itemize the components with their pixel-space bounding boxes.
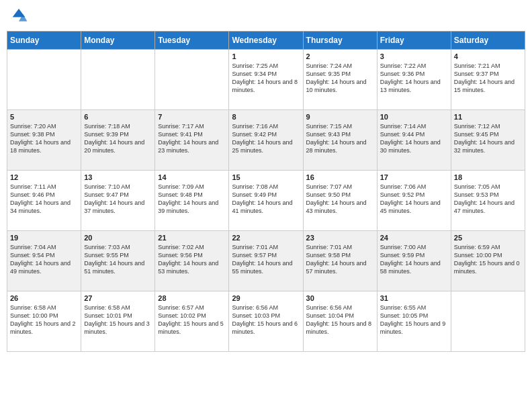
calendar-week-1: 1Sunrise: 7:25 AM Sunset: 9:34 PM Daylig… (7, 50, 525, 110)
day-content: Sunrise: 7:03 AM Sunset: 9:55 PM Dayligh… (84, 243, 152, 276)
calendar-cell: 10Sunrise: 7:14 AM Sunset: 9:44 PM Dayli… (377, 110, 451, 171)
calendar-cell: 13Sunrise: 7:10 AM Sunset: 9:47 PM Dayli… (81, 171, 155, 231)
day-number: 14 (158, 173, 226, 181)
day-number: 24 (380, 234, 448, 242)
calendar-cell: 18Sunrise: 7:05 AM Sunset: 9:53 PM Dayli… (451, 171, 525, 231)
day-content: Sunrise: 6:59 AM Sunset: 10:00 PM Daylig… (454, 243, 522, 276)
day-content: Sunrise: 7:05 AM Sunset: 9:53 PM Dayligh… (454, 183, 522, 216)
day-content: Sunrise: 7:09 AM Sunset: 9:48 PM Dayligh… (158, 183, 226, 216)
day-number: 25 (454, 234, 522, 242)
calendar-cell: 1Sunrise: 7:25 AM Sunset: 9:34 PM Daylig… (229, 50, 303, 110)
day-content: Sunrise: 7:04 AM Sunset: 9:54 PM Dayligh… (10, 243, 78, 276)
day-content: Sunrise: 7:16 AM Sunset: 9:42 PM Dayligh… (232, 122, 300, 155)
page-header (7, 7, 525, 26)
day-number: 27 (84, 294, 152, 302)
calendar-cell: 29Sunrise: 6:56 AM Sunset: 10:03 PM Dayl… (229, 291, 303, 352)
logo (9, 7, 31, 26)
calendar-cell: 9Sunrise: 7:15 AM Sunset: 9:43 PM Daylig… (303, 110, 377, 171)
calendar-cell (7, 50, 81, 110)
day-content: Sunrise: 6:58 AM Sunset: 10:01 PM Daylig… (84, 304, 152, 336)
calendar-cell: 6Sunrise: 7:18 AM Sunset: 9:39 PM Daylig… (81, 110, 155, 171)
calendar-cell (451, 291, 525, 352)
day-content: Sunrise: 7:06 AM Sunset: 9:52 PM Dayligh… (380, 183, 448, 216)
day-content: Sunrise: 6:56 AM Sunset: 10:04 PM Daylig… (306, 304, 374, 336)
day-number: 20 (84, 234, 152, 242)
weekday-saturday: Saturday (451, 32, 525, 50)
day-content: Sunrise: 6:55 AM Sunset: 10:05 PM Daylig… (380, 304, 448, 336)
day-content: Sunrise: 6:58 AM Sunset: 10:00 PM Daylig… (10, 304, 78, 336)
day-number: 1 (232, 52, 300, 60)
calendar-cell: 11Sunrise: 7:12 AM Sunset: 9:45 PM Dayli… (451, 110, 525, 171)
day-number: 4 (454, 52, 522, 60)
day-content: Sunrise: 7:01 AM Sunset: 9:58 PM Dayligh… (306, 243, 374, 276)
calendar-cell: 30Sunrise: 6:56 AM Sunset: 10:04 PM Dayl… (303, 291, 377, 352)
calendar-cell: 2Sunrise: 7:24 AM Sunset: 9:35 PM Daylig… (303, 50, 377, 110)
calendar-cell: 4Sunrise: 7:21 AM Sunset: 9:37 PM Daylig… (451, 50, 525, 110)
day-number: 15 (232, 173, 300, 181)
day-number: 5 (10, 113, 78, 121)
calendar-cell (81, 50, 155, 110)
day-content: Sunrise: 7:15 AM Sunset: 9:43 PM Dayligh… (306, 122, 374, 155)
logo-icon (9, 7, 28, 26)
calendar-cell: 20Sunrise: 7:03 AM Sunset: 9:55 PM Dayli… (81, 231, 155, 291)
weekday-row: SundayMondayTuesdayWednesdayThursdayFrid… (7, 32, 525, 50)
day-content: Sunrise: 7:21 AM Sunset: 9:37 PM Dayligh… (454, 62, 522, 95)
day-content: Sunrise: 7:07 AM Sunset: 9:50 PM Dayligh… (306, 183, 374, 216)
day-number: 30 (306, 294, 374, 302)
weekday-thursday: Thursday (303, 32, 377, 50)
day-number: 31 (380, 294, 448, 302)
calendar-cell: 14Sunrise: 7:09 AM Sunset: 9:48 PM Dayli… (155, 171, 229, 231)
day-content: Sunrise: 7:22 AM Sunset: 9:36 PM Dayligh… (380, 62, 448, 95)
calendar-cell: 3Sunrise: 7:22 AM Sunset: 9:36 PM Daylig… (377, 50, 451, 110)
day-content: Sunrise: 7:02 AM Sunset: 9:56 PM Dayligh… (158, 243, 226, 276)
day-content: Sunrise: 7:01 AM Sunset: 9:57 PM Dayligh… (232, 243, 300, 276)
day-number: 12 (10, 173, 78, 181)
calendar-cell: 28Sunrise: 6:57 AM Sunset: 10:02 PM Dayl… (155, 291, 229, 352)
day-number: 9 (306, 113, 374, 121)
weekday-wednesday: Wednesday (229, 32, 303, 50)
calendar-cell: 16Sunrise: 7:07 AM Sunset: 9:50 PM Dayli… (303, 171, 377, 231)
calendar-table: SundayMondayTuesdayWednesdayThursdayFrid… (7, 31, 525, 352)
day-content: Sunrise: 7:08 AM Sunset: 9:49 PM Dayligh… (232, 183, 300, 216)
day-number: 7 (158, 113, 226, 121)
calendar-cell: 31Sunrise: 6:55 AM Sunset: 10:05 PM Dayl… (377, 291, 451, 352)
calendar-week-4: 19Sunrise: 7:04 AM Sunset: 9:54 PM Dayli… (7, 231, 525, 291)
day-number: 16 (306, 173, 374, 181)
day-number: 22 (232, 234, 300, 242)
calendar-cell: 19Sunrise: 7:04 AM Sunset: 9:54 PM Dayli… (7, 231, 81, 291)
day-number: 26 (10, 294, 78, 302)
calendar-cell (155, 50, 229, 110)
weekday-monday: Monday (81, 32, 155, 50)
weekday-sunday: Sunday (7, 32, 81, 50)
day-content: Sunrise: 6:56 AM Sunset: 10:03 PM Daylig… (232, 304, 300, 336)
calendar-cell: 27Sunrise: 6:58 AM Sunset: 10:01 PM Dayl… (81, 291, 155, 352)
day-number: 28 (158, 294, 226, 302)
day-content: Sunrise: 7:00 AM Sunset: 9:59 PM Dayligh… (380, 243, 448, 276)
day-content: Sunrise: 7:25 AM Sunset: 9:34 PM Dayligh… (232, 62, 300, 95)
day-content: Sunrise: 7:10 AM Sunset: 9:47 PM Dayligh… (84, 183, 152, 216)
day-number: 8 (232, 113, 300, 121)
day-number: 13 (84, 173, 152, 181)
day-number: 11 (454, 113, 522, 121)
calendar-cell: 24Sunrise: 7:00 AM Sunset: 9:59 PM Dayli… (377, 231, 451, 291)
day-number: 29 (232, 294, 300, 302)
calendar-cell: 25Sunrise: 6:59 AM Sunset: 10:00 PM Dayl… (451, 231, 525, 291)
calendar-week-3: 12Sunrise: 7:11 AM Sunset: 9:46 PM Dayli… (7, 171, 525, 231)
day-number: 10 (380, 113, 448, 121)
calendar-cell: 8Sunrise: 7:16 AM Sunset: 9:42 PM Daylig… (229, 110, 303, 171)
day-content: Sunrise: 7:11 AM Sunset: 9:46 PM Dayligh… (10, 183, 78, 216)
calendar-cell: 7Sunrise: 7:17 AM Sunset: 9:41 PM Daylig… (155, 110, 229, 171)
day-content: Sunrise: 6:57 AM Sunset: 10:02 PM Daylig… (158, 304, 226, 336)
calendar-week-2: 5Sunrise: 7:20 AM Sunset: 9:38 PM Daylig… (7, 110, 525, 171)
calendar-cell: 21Sunrise: 7:02 AM Sunset: 9:56 PM Dayli… (155, 231, 229, 291)
weekday-tuesday: Tuesday (155, 32, 229, 50)
calendar-cell: 5Sunrise: 7:20 AM Sunset: 9:38 PM Daylig… (7, 110, 81, 171)
calendar-cell: 23Sunrise: 7:01 AM Sunset: 9:58 PM Dayli… (303, 231, 377, 291)
day-number: 23 (306, 234, 374, 242)
calendar-cell: 26Sunrise: 6:58 AM Sunset: 10:00 PM Dayl… (7, 291, 81, 352)
calendar-week-5: 26Sunrise: 6:58 AM Sunset: 10:00 PM Dayl… (7, 291, 525, 352)
calendar-header: SundayMondayTuesdayWednesdayThursdayFrid… (7, 32, 525, 50)
calendar-cell: 15Sunrise: 7:08 AM Sunset: 9:49 PM Dayli… (229, 171, 303, 231)
calendar-cell: 17Sunrise: 7:06 AM Sunset: 9:52 PM Dayli… (377, 171, 451, 231)
day-number: 21 (158, 234, 226, 242)
